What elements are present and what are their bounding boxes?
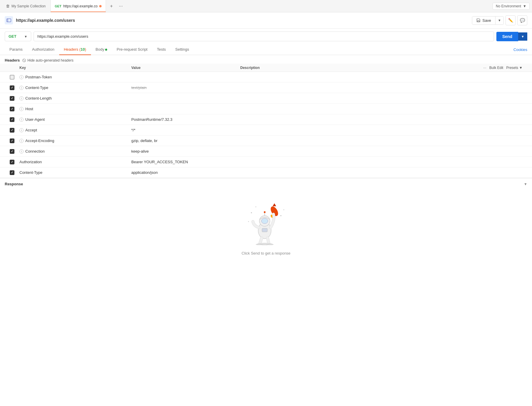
hide-auto-headers-button[interactable]: Hide auto-generated headers	[22, 58, 73, 62]
header-key: i Content-Length	[19, 96, 131, 100]
header-key: i Accept	[19, 128, 131, 132]
tab-method-badge: GET	[55, 4, 62, 8]
info-icon[interactable]: i	[19, 149, 24, 154]
more-options-icon[interactable]: ···	[483, 65, 486, 70]
row-checkbox[interactable]	[10, 138, 14, 143]
row-checkbox[interactable]	[10, 75, 14, 80]
save-dropdown-button[interactable]: ▼	[495, 17, 503, 24]
add-tab-button[interactable]: +	[107, 2, 115, 10]
collapse-response-button[interactable]: ▼	[524, 182, 527, 186]
send-button[interactable]: Send	[496, 32, 518, 41]
checkbox-cell[interactable]	[5, 149, 19, 154]
table-row: i Connection keep-alive	[0, 146, 532, 157]
chevron-down-icon: ▼	[24, 35, 27, 38]
header-key: i Postman-Token	[19, 75, 131, 79]
response-header: Response ▼	[5, 182, 527, 186]
row-checkbox[interactable]	[10, 170, 14, 175]
header-value-cell: Bearer YOUR_ACCESS_TOKEN	[131, 160, 240, 164]
checkbox-cell[interactable]	[5, 128, 19, 133]
header-value	[131, 107, 134, 111]
svg-rect-17	[262, 228, 267, 232]
svg-point-9	[283, 209, 284, 210]
header-value-cell	[131, 75, 240, 79]
comment-button[interactable]: 💬	[517, 15, 527, 25]
tab-params[interactable]: Params	[5, 44, 27, 55]
request-tab[interactable]: GET https://api.example.co	[50, 0, 106, 12]
headers-section-toolbar: Headers Hide auto-generated headers	[0, 55, 532, 64]
info-icon[interactable]: i	[19, 139, 24, 143]
presets-button[interactable]: Presets ▼	[506, 66, 523, 70]
header-value-cell	[131, 96, 240, 100]
col-value: Value	[131, 66, 240, 70]
table-row: i Accept-Encoding gzip, deflate, br	[0, 136, 532, 146]
send-button-group: Send ▼	[496, 32, 527, 41]
info-icon[interactable]: i	[19, 118, 24, 122]
request-title: https://api.example.com/users	[16, 18, 469, 23]
col-description: Description	[240, 66, 483, 70]
row-checkbox[interactable]	[10, 107, 14, 111]
checkbox-cell[interactable]	[5, 85, 19, 90]
table-row: i Accept */*	[0, 125, 532, 136]
action-buttons: Save ▼ ✏️ 💬	[472, 15, 527, 25]
checkbox-cell[interactable]	[5, 170, 19, 175]
url-input[interactable]	[34, 32, 494, 41]
checkbox-cell[interactable]	[5, 96, 19, 101]
chevron-down-icon: ▼	[523, 4, 526, 8]
key-text: Connection	[25, 149, 45, 154]
tab-tests[interactable]: Tests	[152, 44, 170, 55]
edit-icon: ✏️	[508, 18, 513, 23]
svg-point-16	[261, 218, 268, 224]
edit-button[interactable]: ✏️	[506, 15, 516, 25]
checkbox-cell[interactable]	[5, 75, 19, 80]
row-checkbox[interactable]	[10, 117, 14, 122]
header-value: keep-alive	[131, 149, 152, 154]
info-icon[interactable]: i	[19, 96, 24, 100]
row-checkbox[interactable]	[10, 149, 14, 154]
response-section: Response ▼	[0, 178, 532, 268]
svg-marker-11	[273, 203, 276, 206]
header-value-cell: gzip, deflate, br	[131, 138, 240, 143]
header-key: Content-Type	[19, 170, 131, 175]
row-checkbox[interactable]	[10, 128, 14, 133]
chevron-down-icon: ▼	[519, 66, 523, 70]
row-checkbox[interactable]	[10, 160, 14, 164]
header-value	[131, 75, 134, 79]
info-icon[interactable]: i	[19, 86, 24, 90]
table-row: i Content-Type text/plain	[0, 82, 532, 93]
svg-rect-2	[478, 21, 479, 22]
checkbox-cell[interactable]	[5, 138, 19, 143]
tab-prerequest[interactable]: Pre-request Script	[112, 44, 152, 55]
checkbox-cell[interactable]	[5, 117, 19, 122]
header-key: i User-Agent	[19, 117, 131, 122]
info-icon[interactable]: i	[19, 75, 24, 79]
tab-body[interactable]: Body	[91, 44, 112, 55]
header-value: */*	[131, 128, 138, 132]
cookies-link[interactable]: Cookies	[513, 47, 527, 52]
info-icon[interactable]: i	[19, 107, 24, 111]
header-value-cell	[131, 107, 240, 111]
info-icon[interactable]: i	[19, 128, 24, 132]
collection-item[interactable]: 🗑 My Sample Collection	[2, 0, 49, 12]
header-value	[131, 96, 134, 100]
bulk-edit-button[interactable]: Bulk Edit	[489, 66, 503, 70]
row-checkbox[interactable]	[10, 85, 14, 90]
body-dot	[105, 49, 107, 51]
key-text: Authorization	[19, 160, 42, 164]
header-key: i Connection	[19, 149, 131, 154]
method-selector[interactable]: GET ▼	[5, 32, 31, 41]
svg-point-7	[255, 207, 256, 207]
send-dropdown-button[interactable]: ▼	[518, 32, 527, 41]
tab-authorization[interactable]: Authorization	[27, 44, 59, 55]
key-text: Host	[25, 107, 33, 111]
row-checkbox[interactable]	[10, 96, 14, 101]
checkbox-cell[interactable]	[5, 160, 19, 164]
table-row: Content-Type application/json	[0, 167, 532, 178]
checkbox-cell[interactable]	[5, 107, 19, 111]
tab-headers[interactable]: Headers (10)	[59, 44, 91, 55]
environment-selector[interactable]: No Environment ▼	[493, 3, 530, 10]
more-tabs-button[interactable]: ···	[117, 2, 125, 10]
tab-url: https://api.example.co	[63, 4, 98, 8]
col-key: Key	[19, 66, 131, 70]
tab-settings[interactable]: Settings	[170, 44, 194, 55]
save-button[interactable]: Save	[472, 16, 495, 24]
